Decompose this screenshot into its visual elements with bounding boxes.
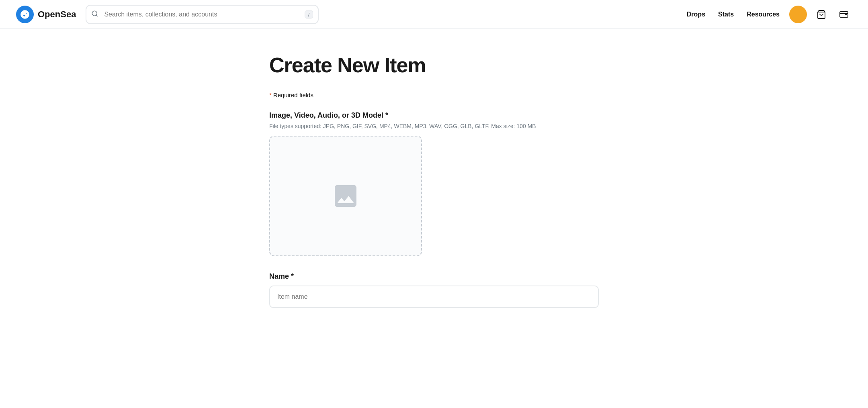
image-section-sublabel: File types supported: JPG, PNG, GIF, SVG…	[269, 123, 599, 129]
svg-point-0	[92, 11, 97, 16]
name-input[interactable]	[269, 286, 599, 308]
search-icon	[91, 10, 98, 19]
svg-line-1	[96, 15, 98, 16]
search-shortcut-key: /	[305, 10, 313, 18]
nav-drops[interactable]: Drops	[687, 11, 705, 18]
user-avatar[interactable]	[789, 6, 807, 23]
required-notice: *Required fields	[269, 92, 599, 98]
nav-links: Drops Stats Resources	[687, 11, 780, 18]
required-asterisk: *	[269, 92, 272, 98]
search-bar: /	[86, 5, 319, 24]
nav-resources[interactable]: Resources	[747, 11, 780, 18]
logo-text: OpenSea	[38, 9, 76, 20]
name-section: Name *	[269, 272, 599, 308]
cart-button[interactable]	[813, 6, 829, 22]
nav-stats[interactable]: Stats	[718, 11, 734, 18]
logo-icon	[16, 6, 34, 23]
image-section-label: Image, Video, Audio, or 3D Model *	[269, 111, 599, 120]
page-title: Create New Item	[269, 53, 599, 77]
logo[interactable]: OpenSea	[16, 6, 76, 23]
search-input[interactable]	[86, 5, 319, 24]
nav-actions	[789, 6, 852, 23]
upload-dropzone[interactable]	[269, 136, 422, 256]
upload-placeholder	[331, 182, 360, 210]
name-field-label: Name *	[269, 272, 599, 281]
wallet-button[interactable]	[836, 6, 852, 22]
